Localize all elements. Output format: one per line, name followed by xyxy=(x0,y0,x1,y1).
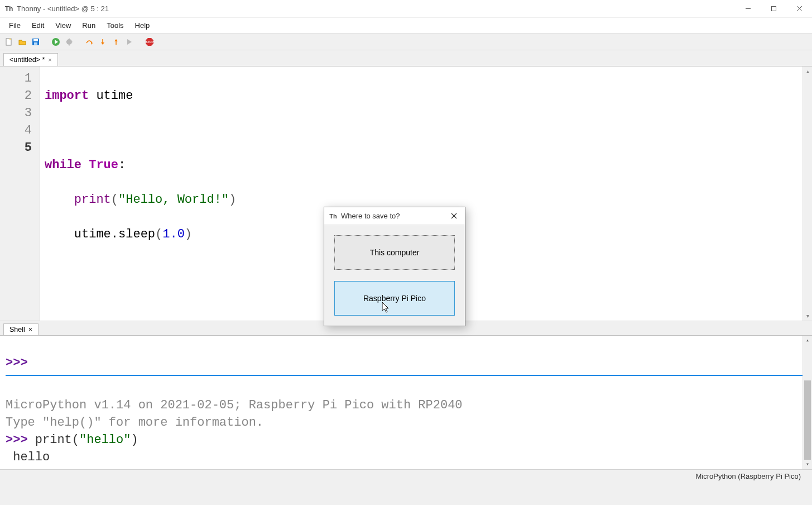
scroll-up-icon[interactable]: ▴ xyxy=(803,336,812,345)
svg-text:STOP: STOP xyxy=(146,40,153,44)
save-raspberry-pi-pico-button[interactable]: Raspberry Pi Pico xyxy=(334,281,455,316)
menu-file[interactable]: File xyxy=(3,19,26,32)
line-number: 3 xyxy=(0,104,40,122)
dialog-icon: Th xyxy=(329,212,338,221)
shell-string: "hello" xyxy=(79,433,131,447)
new-file-icon[interactable] xyxy=(3,36,15,47)
close-tab-icon[interactable]: × xyxy=(28,326,32,334)
code-text: ( xyxy=(155,227,162,241)
statusbar: MicroPython (Raspberry Pi Pico) xyxy=(0,469,812,483)
shell-text: ) xyxy=(131,433,138,447)
step-out-icon[interactable] xyxy=(110,36,122,47)
shell-separator xyxy=(6,375,806,376)
minimize-button[interactable] xyxy=(735,0,761,18)
line-number: 2 xyxy=(0,87,40,104)
shell-banner: MicroPython v1.14 on 2021-02-05; Raspber… xyxy=(6,398,463,412)
code-keyword: while xyxy=(45,158,81,172)
button-label: Raspberry Pi Pico xyxy=(363,294,426,303)
code-text: : xyxy=(118,158,126,172)
debug-icon[interactable] xyxy=(64,36,75,47)
code-builtin: print xyxy=(74,193,111,207)
menu-view[interactable]: View xyxy=(50,19,76,32)
editor-tab[interactable]: <untitled> * × xyxy=(3,53,58,66)
interpreter-status[interactable]: MicroPython (Raspberry Pi Pico) xyxy=(695,472,801,480)
shell-tab[interactable]: Shell × xyxy=(3,323,39,335)
svg-marker-20 xyxy=(114,39,118,41)
scroll-down-icon[interactable]: ▾ xyxy=(803,311,812,321)
svg-marker-21 xyxy=(127,39,132,45)
toolbar: STOP xyxy=(0,34,812,50)
svg-rect-5 xyxy=(9,39,11,40)
code-text xyxy=(45,193,74,207)
shell-prompt: >>> xyxy=(6,356,35,370)
code-keyword: True xyxy=(81,158,118,172)
stop-icon[interactable]: STOP xyxy=(144,36,155,47)
shell-area[interactable]: >>> MicroPython v1.14 on 2021-02-05; Ras… xyxy=(0,335,812,469)
menubar: File Edit View Run Tools Help xyxy=(0,18,812,34)
code-text: utime.sleep xyxy=(74,227,155,241)
close-tab-icon[interactable]: × xyxy=(48,56,51,63)
save-location-dialog: Th Where to save to? This computer Raspb… xyxy=(324,207,465,326)
line-gutter: 1 2 3 4 5 xyxy=(0,66,40,321)
button-label: This computer xyxy=(370,248,420,257)
dialog-close-button[interactable] xyxy=(443,207,465,225)
line-number: 5 xyxy=(0,139,40,156)
svg-rect-1 xyxy=(771,7,776,11)
shell-text: print xyxy=(35,433,72,447)
run-icon[interactable] xyxy=(50,36,61,47)
scroll-down-icon[interactable]: ▾ xyxy=(803,460,812,469)
shell-tab-label: Shell xyxy=(9,326,25,334)
svg-rect-7 xyxy=(33,39,38,41)
shell-scrollbar[interactable]: ▴ ▾ xyxy=(803,336,812,469)
maximize-button[interactable] xyxy=(761,0,786,18)
editor-tabbar: <untitled> * × xyxy=(0,50,812,66)
step-into-icon[interactable] xyxy=(97,36,108,47)
code-text: ( xyxy=(111,193,118,207)
shell-output: hello xyxy=(6,450,50,464)
step-over-icon[interactable] xyxy=(84,36,95,47)
dialog-title: Where to save to? xyxy=(341,212,443,220)
code-keyword: import xyxy=(45,89,89,103)
code-number: 1.0 xyxy=(162,227,185,241)
editor-scrollbar[interactable]: ▴ ▾ xyxy=(803,66,812,321)
open-file-icon[interactable] xyxy=(17,36,28,47)
menu-run[interactable]: Run xyxy=(76,19,101,32)
code-text: utime xyxy=(89,89,133,103)
shell-prompt: >>> xyxy=(6,468,35,469)
menu-edit[interactable]: Edit xyxy=(26,19,50,32)
code-text: ) xyxy=(185,227,192,241)
shell-banner: Type "help()" for more information. xyxy=(6,416,263,430)
svg-marker-18 xyxy=(101,42,104,45)
window-title: Thonny - <untitled> @ 5 : 21 xyxy=(17,4,109,13)
shell-prompt: >>> xyxy=(6,433,35,447)
line-number: 1 xyxy=(0,70,40,87)
editor-tab-label: <untitled> * xyxy=(9,56,45,64)
code-text xyxy=(45,227,74,241)
code-string: "Hello, World!" xyxy=(118,193,229,207)
scroll-up-icon[interactable]: ▴ xyxy=(803,66,812,76)
menu-help[interactable]: Help xyxy=(129,19,156,32)
code-text: ) xyxy=(229,193,236,207)
line-number: 4 xyxy=(0,122,40,139)
dialog-body: This computer Raspberry Pi Pico xyxy=(324,225,465,326)
scrollbar-thumb[interactable] xyxy=(804,380,811,460)
close-button[interactable] xyxy=(786,0,812,18)
dialog-titlebar: Th Where to save to? xyxy=(324,207,465,225)
save-file-icon[interactable] xyxy=(30,36,41,47)
menu-tools[interactable]: Tools xyxy=(101,19,129,32)
svg-rect-8 xyxy=(34,42,37,45)
window-titlebar: Th Thonny - <untitled> @ 5 : 21 xyxy=(0,0,812,18)
shell-text: ( xyxy=(72,433,79,447)
resume-icon[interactable] xyxy=(124,36,135,47)
app-icon: Th xyxy=(4,4,13,13)
save-this-computer-button[interactable]: This computer xyxy=(334,235,455,270)
